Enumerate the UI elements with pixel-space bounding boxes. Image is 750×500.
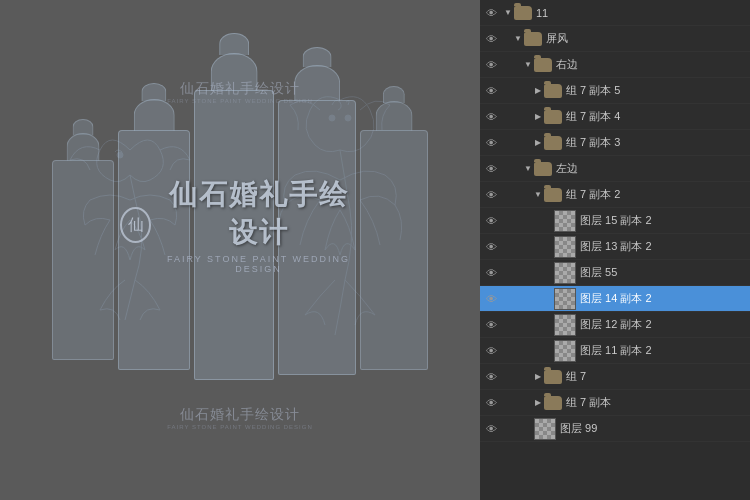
layer-row[interactable]: 👁图层 13 副本 2: [480, 234, 750, 260]
layer-name: 图层 12 副本 2: [580, 317, 746, 332]
logo-chinese: 仙石婚礼手绘设计: [157, 176, 360, 252]
layer-thumbnail: [554, 340, 576, 362]
eye-icon[interactable]: 👁: [480, 156, 502, 182]
folder-icon: [544, 370, 562, 384]
layer-name: 图层 14 副本 2: [580, 291, 746, 306]
eye-icon[interactable]: 👁: [480, 260, 502, 286]
layer-row[interactable]: 👁图层 11 副本 2: [480, 338, 750, 364]
expand-arrow[interactable]: [542, 338, 554, 364]
layer-row[interactable]: 👁图层 55: [480, 260, 750, 286]
layer-row[interactable]: 👁图层 14 副本 2: [480, 286, 750, 312]
expand-arrow[interactable]: ▶: [532, 390, 544, 416]
logo-small-top: 仙石婚礼手绘设计 FAIRY STONE PAINT WEDDING DESIG…: [167, 80, 312, 104]
folder-icon: [534, 162, 552, 176]
logo-small-top-english: FAIRY STONE PAINT WEDDING DESIGN: [167, 98, 312, 104]
layer-row[interactable]: 👁▼右边: [480, 52, 750, 78]
layer-name: 组 7 副本 2: [566, 187, 746, 202]
expand-arrow[interactable]: ▼: [532, 182, 544, 208]
layer-row[interactable]: 👁图层 15 副本 2: [480, 208, 750, 234]
layer-name: 组 7 副本 4: [566, 109, 746, 124]
expand-arrow[interactable]: ▶: [532, 130, 544, 156]
layer-row[interactable]: 👁▼11: [480, 0, 750, 26]
layers-panel: 👁▼11👁▼屏风👁▼右边👁▶组 7 副本 5👁▶组 7 副本 4👁▶组 7 副本…: [480, 0, 750, 500]
layer-name: 组 7: [566, 369, 746, 384]
layer-thumbnail: [534, 418, 556, 440]
eye-icon[interactable]: 👁: [480, 234, 502, 260]
folder-icon: [514, 6, 532, 20]
layer-name: 图层 99: [560, 421, 746, 436]
eye-icon[interactable]: 👁: [480, 52, 502, 78]
logo-small-bottom-chinese: 仙石婚礼手绘设计: [167, 406, 312, 424]
expand-arrow[interactable]: ▼: [522, 52, 534, 78]
expand-arrow[interactable]: [522, 416, 534, 442]
canvas-area: 仙石婚礼手绘设计 FAIRY STONE PAINT WEDDING DESIG…: [0, 0, 480, 500]
folder-icon: [534, 58, 552, 72]
eye-icon[interactable]: 👁: [480, 182, 502, 208]
folder-icon: [544, 396, 562, 410]
layer-thumbnail: [554, 210, 576, 232]
eye-icon[interactable]: 👁: [480, 416, 502, 442]
layer-row[interactable]: 👁▶组 7 副本 3: [480, 130, 750, 156]
eye-icon[interactable]: 👁: [480, 208, 502, 234]
expand-arrow[interactable]: ▼: [512, 26, 524, 52]
layer-row[interactable]: 👁▼左边: [480, 156, 750, 182]
expand-arrow[interactable]: ▼: [502, 0, 514, 26]
layer-name: 图层 13 副本 2: [580, 239, 746, 254]
eye-icon[interactable]: 👁: [480, 364, 502, 390]
layer-name: 图层 55: [580, 265, 746, 280]
layer-row[interactable]: 👁▼组 7 副本 2: [480, 182, 750, 208]
layer-name: 图层 15 副本 2: [580, 213, 746, 228]
expand-arrow[interactable]: [542, 208, 554, 234]
logo-center: 仙 仙石婚礼手绘设计 FAIRY STONE PAINT WEDDING DES…: [120, 176, 360, 274]
eye-icon[interactable]: 👁: [480, 390, 502, 416]
layer-thumbnail: [554, 262, 576, 284]
eye-icon[interactable]: 👁: [480, 338, 502, 364]
layer-row[interactable]: 👁▶组 7: [480, 364, 750, 390]
folder-icon: [544, 84, 562, 98]
layer-row[interactable]: 👁▶组 7 副本 5: [480, 78, 750, 104]
layer-thumbnail: [554, 236, 576, 258]
expand-arrow[interactable]: [542, 312, 554, 338]
folder-icon: [544, 188, 562, 202]
layer-row[interactable]: 👁▶组 7 副本 4: [480, 104, 750, 130]
eye-icon[interactable]: 👁: [480, 312, 502, 338]
expand-arrow[interactable]: ▼: [522, 156, 534, 182]
layer-name: 组 7 副本: [566, 395, 746, 410]
layer-row[interactable]: 👁图层 12 副本 2: [480, 312, 750, 338]
layer-name: 右边: [556, 57, 746, 72]
layer-name: 左边: [556, 161, 746, 176]
expand-arrow[interactable]: ▶: [532, 78, 544, 104]
eye-icon[interactable]: 👁: [480, 104, 502, 130]
logo-english: FAIRY STONE PAINT WEDDING DESIGN: [157, 254, 360, 274]
layer-name: 组 7 副本 3: [566, 135, 746, 150]
layer-row[interactable]: 👁▼屏风: [480, 26, 750, 52]
folder-icon: [524, 32, 542, 46]
folder-icon: [544, 110, 562, 124]
layer-name: 组 7 副本 5: [566, 83, 746, 98]
eye-icon[interactable]: 👁: [480, 26, 502, 52]
expand-arrow[interactable]: ▶: [532, 104, 544, 130]
layer-thumbnail: [554, 288, 576, 310]
expand-arrow[interactable]: ▶: [532, 364, 544, 390]
eye-icon[interactable]: 👁: [480, 0, 502, 26]
expand-arrow[interactable]: [542, 286, 554, 312]
logo-small-bottom: 仙石婚礼手绘设计 FAIRY STONE PAINT WEDDING DESIG…: [167, 406, 312, 430]
folder-icon: [544, 136, 562, 150]
layer-row[interactable]: 👁图层 99: [480, 416, 750, 442]
eye-icon[interactable]: 👁: [480, 130, 502, 156]
layer-name: 图层 11 副本 2: [580, 343, 746, 358]
layer-row[interactable]: 👁▶组 7 副本: [480, 390, 750, 416]
layer-name: 屏风: [546, 31, 746, 46]
logo-small-bottom-english: FAIRY STONE PAINT WEDDING DESIGN: [167, 424, 312, 430]
eye-icon[interactable]: 👁: [480, 286, 502, 312]
layers-list[interactable]: 👁▼11👁▼屏风👁▼右边👁▶组 7 副本 5👁▶组 7 副本 4👁▶组 7 副本…: [480, 0, 750, 500]
eye-icon[interactable]: 👁: [480, 78, 502, 104]
logo-small-top-chinese: 仙石婚礼手绘设计: [167, 80, 312, 98]
layer-thumbnail: [554, 314, 576, 336]
expand-arrow[interactable]: [542, 260, 554, 286]
layer-name: 11: [536, 7, 746, 19]
expand-arrow[interactable]: [542, 234, 554, 260]
